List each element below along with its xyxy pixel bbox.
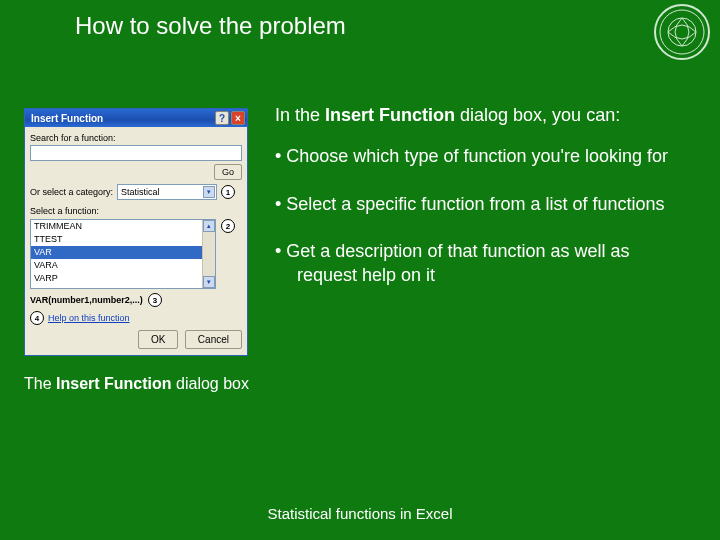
dialog-title: Insert Function — [31, 113, 213, 124]
search-label: Search for a function: — [30, 133, 242, 143]
dialog-titlebar[interactable]: Insert Function ? × — [25, 109, 247, 127]
ok-button[interactable]: OK — [138, 330, 178, 349]
help-link[interactable]: Help on this function — [48, 313, 130, 323]
footer-text: Statistical functions in Excel — [0, 505, 720, 522]
figure-caption: The Insert Function dialog box — [24, 374, 252, 395]
go-button[interactable]: Go — [214, 164, 242, 180]
list-item[interactable]: VARA — [31, 259, 202, 272]
bullet-item: Select a specific function from a list o… — [275, 193, 693, 216]
bullet-list: Choose which type of function you're loo… — [275, 145, 693, 287]
list-item[interactable]: VARP — [31, 272, 202, 285]
callout-1: 1 — [221, 185, 235, 199]
category-label: Or select a category: — [30, 187, 113, 197]
list-item[interactable]: TTEST — [31, 233, 202, 246]
list-item[interactable]: VAR — [31, 246, 202, 259]
search-input[interactable] — [30, 145, 242, 161]
bullet-item: Get a description of that function as we… — [275, 240, 693, 287]
intro-text: In the Insert Function dialog box, you c… — [275, 104, 693, 127]
category-value: Statistical — [121, 187, 160, 197]
help-icon[interactable]: ? — [215, 111, 229, 125]
cancel-button[interactable]: Cancel — [185, 330, 242, 349]
callout-4: 4 — [30, 311, 44, 325]
function-signature: VAR(number1,number2,...) — [30, 295, 143, 305]
scroll-up-icon[interactable]: ▴ — [203, 220, 215, 232]
scroll-down-icon[interactable]: ▾ — [203, 276, 215, 288]
institute-logo — [654, 4, 710, 60]
callout-2: 2 — [221, 219, 235, 233]
function-listbox[interactable]: TRIMMEAN TTEST VAR VARA VARP VARPA ▴ ▾ — [30, 219, 216, 289]
selectfn-label: Select a function: — [30, 206, 216, 216]
category-select[interactable]: Statistical ▾ — [117, 184, 217, 200]
close-icon[interactable]: × — [231, 111, 245, 125]
scrollbar[interactable]: ▴ ▾ — [202, 220, 215, 288]
bullet-item: Choose which type of function you're loo… — [275, 145, 693, 168]
list-item[interactable]: VARPA — [31, 285, 202, 289]
callout-3: 3 — [148, 293, 162, 307]
svg-point-0 — [660, 10, 704, 54]
chevron-down-icon[interactable]: ▾ — [203, 186, 215, 198]
insert-function-dialog: Insert Function ? × Search for a functio… — [24, 108, 248, 356]
list-item[interactable]: TRIMMEAN — [31, 220, 202, 233]
page-title: How to solve the problem — [75, 12, 346, 40]
